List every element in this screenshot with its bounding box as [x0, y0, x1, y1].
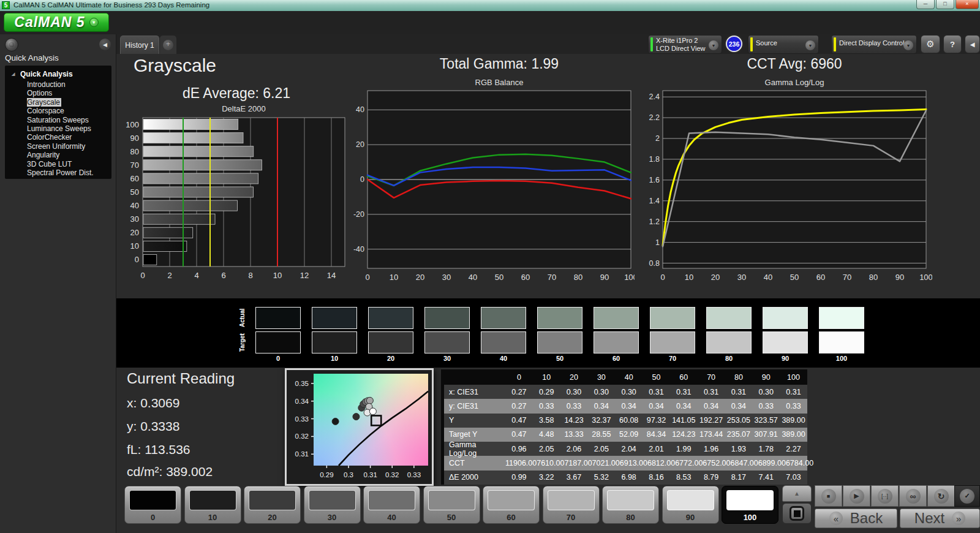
pattern-label: 30	[304, 513, 360, 522]
pattern-window-icon	[790, 506, 804, 521]
back-button[interactable]: « Back	[815, 508, 897, 528]
pattern-label: 60	[483, 513, 539, 522]
svg-text:0.31: 0.31	[295, 450, 309, 458]
source-dropdown[interactable]: Source ▼	[748, 35, 819, 54]
pattern-button-10[interactable]: 10	[184, 486, 241, 524]
pattern-button-60[interactable]: 60	[483, 486, 540, 524]
svg-text:90: 90	[895, 273, 904, 282]
table-row: y: CIE310.270.330.330.340.340.340.340.34…	[444, 399, 807, 413]
minimize-button[interactable]: ─	[916, 0, 935, 9]
table-row: CCT11906.007610.007187.007021.006913.006…	[444, 456, 807, 470]
svg-text:20: 20	[416, 273, 424, 282]
settings-button[interactable]: ⚙	[921, 35, 940, 53]
tree-root-quick-analysis[interactable]: ◢ Quick Analysis	[5, 70, 111, 80]
pattern-label: 50	[424, 513, 480, 522]
sidebar-item-colorchecker[interactable]: ColorChecker	[5, 133, 111, 142]
pattern-scroll-up-button[interactable]: ▲	[782, 485, 812, 502]
pattern-button-20[interactable]: 20	[244, 486, 301, 524]
svg-text:10: 10	[273, 271, 282, 280]
actual-swatch-30	[424, 307, 470, 329]
add-tab-button[interactable]: +	[160, 36, 176, 54]
actual-swatch-50	[537, 307, 582, 329]
swatch-level-label: 0	[255, 355, 301, 362]
svg-text:0.8: 0.8	[649, 259, 660, 268]
pattern-label: 40	[364, 513, 420, 522]
sidebar-item-introduction[interactable]: Introduction	[5, 80, 111, 89]
sidebar-item-grayscale[interactable]: Grayscale	[5, 98, 111, 107]
current-reading-title: Current Reading	[127, 370, 235, 387]
next-button[interactable]: Next »	[900, 508, 980, 528]
pattern-button-80[interactable]: 80	[602, 486, 659, 524]
title-bar[interactable]: 5 CalMAN 5 CalMAN Ultimate for Business …	[0, 0, 980, 11]
accept-button[interactable]: ✓	[954, 485, 980, 507]
pattern-button-100[interactable]: 100	[722, 486, 778, 524]
measure-button[interactable]: [··]	[871, 485, 899, 507]
calman-menu-button[interactable]: CalMAN 5 ▼	[4, 13, 109, 32]
calman-app-window: 5 CalMAN 5 CalMAN Ultimate for Business …	[0, 0, 980, 533]
app-icon: 5	[2, 1, 10, 9]
pattern-swatch	[129, 490, 176, 510]
svg-text:1.2: 1.2	[649, 217, 660, 226]
svg-text:10: 10	[130, 241, 139, 251]
help-button[interactable]: ?	[943, 35, 962, 53]
sidebar-item-luminance-sweeps[interactable]: Luminance Sweeps	[5, 124, 111, 133]
chevron-down-icon: ▼	[709, 40, 718, 50]
panel-collapse-button[interactable]: ◀	[965, 35, 980, 53]
svg-text:50: 50	[495, 273, 503, 282]
sidebar-item-spectral-power-dist-[interactable]: Spectral Power Dist.	[5, 168, 111, 177]
pattern-button-70[interactable]: 70	[543, 486, 600, 524]
target-swatch-80	[706, 331, 752, 353]
svg-text:0.33: 0.33	[407, 471, 421, 478]
meter-dropdown[interactable]: X-Rite i1Pro 2 LCD Direct View ▼	[648, 35, 722, 54]
chevron-down-icon: ▼	[903, 40, 913, 50]
refresh-button[interactable]: ↻	[927, 485, 955, 507]
sidebar-item-screen-uniformity[interactable]: Screen Uniformity	[5, 142, 111, 151]
sidebar-item-angularity[interactable]: Angularity	[5, 151, 111, 159]
swatch-level-label: 40	[481, 355, 526, 362]
sidebar-item-options[interactable]: Options	[5, 89, 111, 97]
pattern-button-50[interactable]: 50	[423, 486, 480, 524]
pattern-swatch	[249, 490, 296, 510]
swatch-level-label: 60	[594, 355, 639, 362]
display-control-dropdown[interactable]: Direct Display Control ▼	[831, 35, 917, 54]
pattern-button-90[interactable]: 90	[662, 486, 719, 524]
svg-text:30: 30	[130, 214, 139, 224]
sidebar-item-colorspace[interactable]: Colorspace	[5, 107, 111, 115]
meter-dropdown-label: X-Rite i1Pro 2 LCD Direct View	[656, 37, 706, 53]
sidebar-item-saturation-sweeps[interactable]: Saturation Sweeps	[5, 116, 111, 124]
svg-text:10: 10	[390, 273, 398, 282]
svg-text:0: 0	[365, 273, 369, 282]
target-swatch-40	[481, 331, 526, 353]
tab-history-1[interactable]: History 1	[120, 36, 159, 54]
svg-text:1.4: 1.4	[649, 197, 660, 205]
svg-text:8: 8	[248, 271, 252, 280]
pattern-window-button[interactable]	[782, 503, 812, 524]
pattern-label: 70	[543, 513, 599, 522]
stop-button[interactable]: ■	[815, 485, 842, 507]
gear-icon: ⚙	[926, 39, 934, 50]
workflow-tree: ◢ Quick Analysis IntroductionOptionsGray…	[5, 66, 111, 179]
svg-text:-20: -20	[353, 210, 364, 219]
svg-text:2.4: 2.4	[649, 93, 660, 101]
sidebar-collapse-button[interactable]: ◀	[99, 39, 111, 50]
workflow-orb-icon[interactable]	[5, 38, 18, 51]
svg-text:0.32: 0.32	[295, 433, 309, 440]
svg-text:2.2: 2.2	[649, 113, 660, 122]
pattern-button-30[interactable]: 30	[304, 486, 361, 524]
sidebar: ◀ Quick Analysis ◢ Quick Analysis Introd…	[0, 34, 116, 533]
pattern-button-0[interactable]: 0	[124, 486, 181, 524]
pattern-label: 90	[663, 513, 718, 522]
close-button[interactable]: ×	[956, 0, 979, 9]
play-icon: ▶	[850, 489, 864, 504]
svg-text:100: 100	[624, 273, 635, 282]
play-button[interactable]: ▶	[843, 485, 870, 507]
svg-text:DeltaE 2000: DeltaE 2000	[222, 104, 266, 113]
sidebar-item-3d-cube-lut[interactable]: 3D Cube LUT	[5, 160, 111, 168]
svg-text:0: 0	[660, 273, 665, 282]
pattern-button-40[interactable]: 40	[363, 486, 420, 524]
continuous-measure-button[interactable]: ∞	[899, 485, 927, 507]
target-swatch-70	[650, 331, 695, 353]
chevron-left-icon: ◀	[970, 41, 975, 48]
svg-text:70: 70	[130, 161, 139, 170]
restore-button[interactable]: □	[936, 0, 954, 9]
